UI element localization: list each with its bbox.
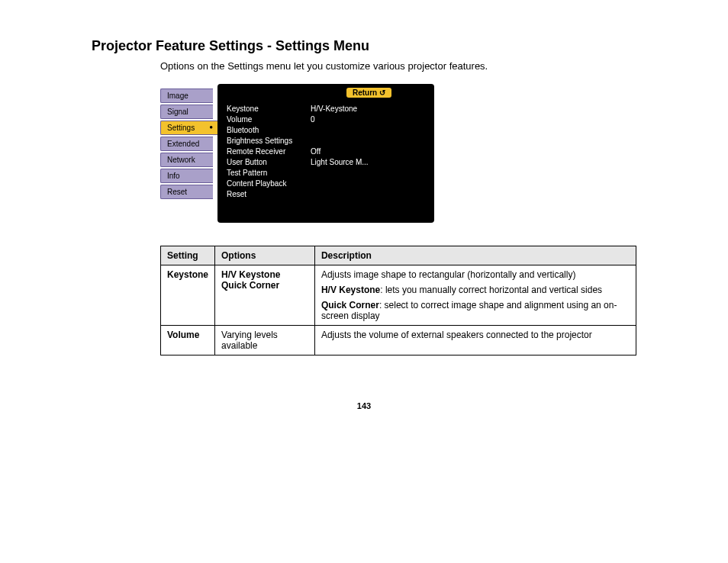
menu-item-value: H/V-Keystone — [311, 104, 425, 114]
menu-item-label: User Button — [227, 157, 311, 168]
menu-item-label: Remote Receiver — [227, 146, 311, 157]
desc-text: : lets you manually correct horizontal a… — [380, 285, 602, 295]
menu-item-value — [311, 179, 425, 189]
menu-item-value: 0 — [311, 114, 425, 125]
menu-tab-settings[interactable]: Settings — [160, 121, 217, 135]
menu-item-label: Bluetooth — [227, 125, 311, 136]
menu-item-label: Brightness Settings — [227, 136, 311, 146]
th-description: Description — [314, 246, 636, 265]
option-item: H/V Keystone — [221, 269, 308, 280]
menu-item[interactable]: KeystoneH/V-Keystone — [227, 104, 425, 114]
menu-item-value — [311, 125, 425, 136]
menu-item[interactable]: Volume0 — [227, 114, 425, 125]
menu-item-value — [311, 168, 425, 179]
menu-item-value: Light Source M... — [311, 157, 425, 168]
menu-item[interactable]: User ButtonLight Source M... — [227, 157, 425, 168]
table-row: Keystone H/V Keystone Quick Corner Adjus… — [161, 265, 636, 326]
menu-item[interactable]: Brightness Settings — [227, 136, 425, 146]
menu-tab-stack: ImageSignalSettingsExtendedNetworkInfoRe… — [160, 88, 217, 199]
th-setting: Setting — [161, 246, 215, 265]
menu-item[interactable]: Remote ReceiverOff — [227, 146, 425, 157]
desc-text: Adjusts image shape to rectangular (hori… — [321, 269, 630, 280]
option-item: Quick Corner — [221, 280, 308, 291]
menu-item-label: Keystone — [227, 104, 311, 114]
menu-tab-image[interactable]: Image — [160, 88, 213, 103]
return-label: Return — [353, 88, 377, 97]
page-title: Projector Feature Settings - Settings Me… — [92, 38, 636, 54]
settings-table: Setting Options Description Keystone H/V… — [160, 246, 636, 355]
menu-tab-signal[interactable]: Signal — [160, 105, 213, 119]
menu-item-label: Test Pattern — [227, 168, 311, 179]
th-options: Options — [215, 246, 315, 265]
desc-label: Quick Corner — [321, 300, 379, 310]
options-cell: Varying levels available — [215, 326, 315, 355]
setting-cell: Keystone — [161, 265, 215, 326]
desc-label: H/V Keystone — [321, 285, 380, 295]
table-row: Volume Varying levels available Adjusts … — [161, 326, 636, 355]
description-cell: Adjusts the volume of external speakers … — [314, 326, 636, 355]
menu-item[interactable]: Content Playback — [227, 179, 425, 189]
intro-text: Options on the Settings menu let you cus… — [160, 60, 636, 72]
options-cell: H/V Keystone Quick Corner — [215, 265, 315, 326]
menu-item-label: Content Playback — [227, 179, 311, 189]
menu-item[interactable]: Bluetooth — [227, 125, 425, 136]
menu-item[interactable]: Test Pattern — [227, 168, 425, 179]
return-button[interactable]: Return ↺ — [346, 88, 391, 98]
menu-screenshot: ImageSignalSettingsExtendedNetworkInfoRe… — [160, 84, 636, 223]
setting-cell: Volume — [161, 326, 215, 355]
menu-tab-extended[interactable]: Extended — [160, 137, 213, 151]
menu-item-value — [311, 189, 425, 200]
description-cell: Adjusts image shape to rectangular (hori… — [314, 265, 636, 326]
page-number: 143 — [92, 401, 636, 410]
menu-item[interactable]: Reset — [227, 189, 425, 200]
menu-tab-info[interactable]: Info — [160, 169, 213, 183]
menu-panel: Return ↺ KeystoneH/V-KeystoneVolume0Blue… — [217, 84, 434, 223]
menu-tab-network[interactable]: Network — [160, 153, 213, 167]
menu-item-value — [311, 136, 425, 146]
menu-item-value: Off — [311, 146, 425, 157]
menu-item-label: Volume — [227, 114, 311, 125]
menu-tab-reset[interactable]: Reset — [160, 185, 213, 199]
menu-item-label: Reset — [227, 189, 311, 200]
